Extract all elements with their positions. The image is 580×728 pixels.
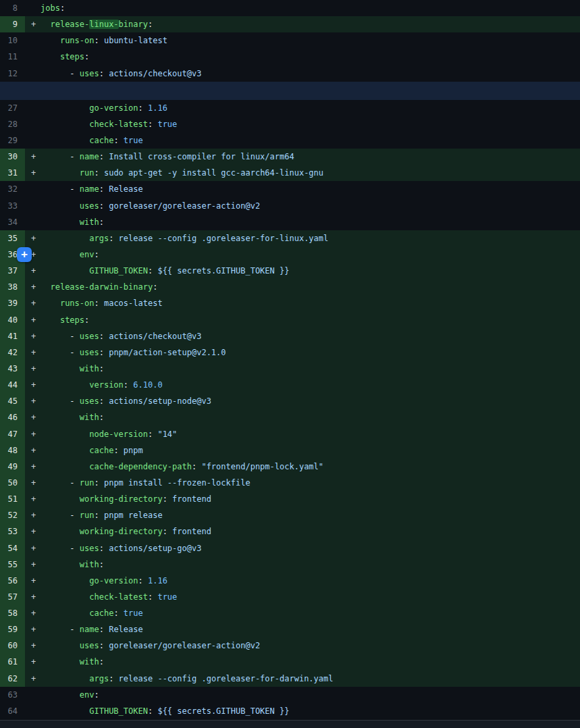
diff-line-row: 8 jobs: <box>0 0 580 16</box>
code-segment: sudo apt-get -y install gcc-aarch64-linu… <box>104 168 323 178</box>
diff-line-row: 49 + cache-dependency-path: "frontend/pn… <box>0 459 580 475</box>
code-segment <box>41 641 80 650</box>
diff-line-row: 64 GITHUB_TOKEN: ${{ secrets.GITHUB_TOKE… <box>0 703 580 719</box>
diff-line-row: 58 + cache: true <box>0 605 580 621</box>
line-number[interactable]: 58 <box>0 605 25 621</box>
diff-marker: + <box>25 279 41 295</box>
code-segment: run <box>80 478 95 488</box>
diff-marker: + <box>25 16 41 32</box>
line-number[interactable]: 64 <box>0 703 25 719</box>
line-number[interactable]: 41 <box>0 328 25 344</box>
code-line: env: <box>41 246 580 263</box>
diff-line-row: 35 + args: release --config .goreleaser-… <box>0 230 580 246</box>
code-segment: node-version <box>89 430 148 439</box>
code-segment: GITHUB_TOKEN <box>89 266 148 276</box>
code-segment <box>41 592 89 602</box>
code-segment <box>41 217 80 227</box>
diff-marker: + <box>25 671 41 687</box>
code-line: env: <box>41 687 580 703</box>
add-comment-button[interactable]: + <box>17 247 32 262</box>
line-number[interactable]: 42 <box>0 344 25 361</box>
code-line: release-linux-binary: <box>41 16 580 32</box>
diff-line-row: 41 + - uses: actions/checkout@v3 <box>0 328 580 344</box>
code-line: - uses: actions/setup-go@v3 <box>41 540 580 556</box>
line-number[interactable]: 30 <box>0 149 25 165</box>
line-number[interactable]: 31 <box>0 165 25 181</box>
line-number[interactable]: 35 <box>0 230 25 246</box>
line-number[interactable]: 47 <box>0 426 25 442</box>
line-number[interactable]: 43 <box>0 361 25 377</box>
code-line: with: <box>41 214 580 230</box>
line-number[interactable]: 51 <box>0 491 25 507</box>
code-segment: 6.10.0 <box>133 380 162 390</box>
line-number[interactable]: 34 <box>0 214 25 230</box>
code-line: runs-on: macos-latest <box>41 295 580 311</box>
line-number[interactable]: 32 <box>0 181 25 197</box>
diff-line-row: 9 + release-linux-binary: <box>0 16 580 32</box>
code-segment <box>41 494 80 504</box>
code-segment: : <box>113 136 123 145</box>
code-segment: name <box>80 152 99 161</box>
line-number[interactable]: 9 <box>0 16 25 32</box>
line-number[interactable]: 61 <box>0 654 25 670</box>
line-number[interactable]: 44 <box>0 377 25 393</box>
line-number[interactable]: 60 <box>0 638 25 654</box>
line-number[interactable]: 57 <box>0 589 25 605</box>
line-number[interactable]: 62 <box>0 671 25 687</box>
diff-line-row: 27 go-version: 1.16 <box>0 100 580 116</box>
line-number[interactable]: 11 <box>0 49 25 65</box>
line-number[interactable]: 10 <box>0 32 25 49</box>
line-number[interactable]: 27 <box>0 100 25 116</box>
line-number[interactable]: 8 <box>0 0 25 16</box>
code-line: with: <box>41 361 580 377</box>
diff-line-row: 11 steps: <box>0 49 580 65</box>
code-segment: with <box>80 413 99 422</box>
line-number[interactable]: 39 <box>0 295 25 311</box>
line-number[interactable]: 63 <box>0 687 25 703</box>
code-segment: Release <box>109 625 143 634</box>
diff-marker: + <box>25 295 41 311</box>
diff-line-row: 62 + args: release --config .goreleaser-… <box>0 671 580 687</box>
code-line: with: <box>41 409 580 425</box>
code-segment: jobs <box>41 3 60 13</box>
line-number[interactable]: 50 <box>0 475 25 491</box>
code-line: go-version: 1.16 <box>41 100 580 116</box>
diff-marker <box>25 132 41 149</box>
line-number[interactable]: 48 <box>0 442 25 459</box>
code-segment: - <box>41 348 80 357</box>
line-number[interactable]: 45 <box>0 393 25 409</box>
diff-marker: + <box>25 556 41 573</box>
code-segment: env <box>80 250 95 259</box>
line-number[interactable]: 37 <box>0 263 25 279</box>
code-segment <box>41 608 89 618</box>
line-number[interactable]: 28 <box>0 116 25 132</box>
code-segment: actions/checkout@v3 <box>109 69 201 78</box>
code-line: cache: true <box>41 132 580 149</box>
line-number[interactable]: 33 <box>0 198 25 214</box>
code-line: cache: true <box>41 605 580 621</box>
line-number[interactable]: 38 <box>0 279 25 295</box>
diff-line-row: 59 + - name: Release <box>0 621 580 638</box>
expand-hunk-row[interactable] <box>0 82 580 100</box>
diff-line-row: 48 + cache: pnpm <box>0 442 580 459</box>
diff-line-row: 46 + with: <box>0 409 580 425</box>
line-number[interactable]: 55 <box>0 556 25 573</box>
diff-footer <box>0 720 580 728</box>
line-number[interactable]: 52 <box>0 507 25 523</box>
line-number[interactable]: 54 <box>0 540 25 556</box>
line-number[interactable]: 46 <box>0 409 25 425</box>
code-segment: GITHUB_TOKEN <box>89 706 148 716</box>
line-number[interactable]: 59 <box>0 621 25 638</box>
line-number[interactable]: 40 <box>0 312 25 328</box>
diff-marker: + <box>25 523 41 540</box>
line-number[interactable]: 49 <box>0 459 25 475</box>
code-segment: : <box>94 36 103 45</box>
line-number[interactable]: 53 <box>0 523 25 540</box>
line-number[interactable]: 29 <box>0 132 25 149</box>
line-number[interactable]: 56 <box>0 573 25 589</box>
code-segment: - <box>41 69 80 78</box>
line-number[interactable]: 12 <box>0 66 25 82</box>
code-segment <box>41 266 89 276</box>
code-line: check-latest: true <box>41 116 580 132</box>
code-segment <box>41 168 80 178</box>
